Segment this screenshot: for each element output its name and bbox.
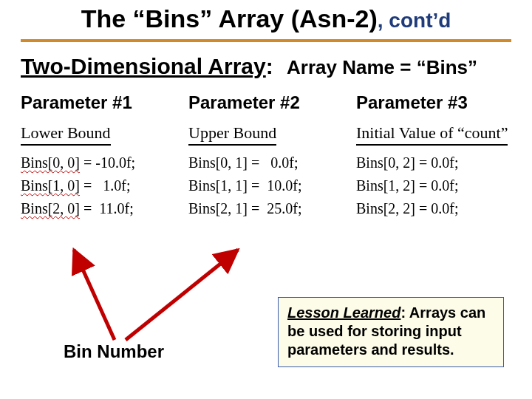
- slide-title: The “Bins” Array (Asn-2), cont’d: [0, 4, 532, 33]
- column-3: Parameter #3 Initial Value of “count” Bi…: [356, 92, 511, 220]
- bin-index: Bins[1, 1]: [188, 177, 248, 194]
- arrow-left-icon: [74, 250, 115, 340]
- slide: The “Bins” Array (Asn-2), cont’d Two-Dim…: [0, 4, 532, 399]
- arrow-right-icon: [126, 250, 238, 340]
- bin-index: Bins[1, 0]: [21, 177, 80, 194]
- code-line: Bins[1, 2] = 0.0f;: [356, 174, 511, 197]
- code-rest: = 10.0f;: [248, 177, 302, 194]
- bin-index: Bins[1, 2]: [356, 177, 415, 194]
- col-title-1: Lower Bound: [21, 123, 111, 146]
- code-line: Bins[1, 0] = 1.0f;: [21, 174, 176, 197]
- param-label-1: Parameter #1: [21, 92, 176, 113]
- param-label-3: Parameter #3: [356, 92, 511, 113]
- code-rest: = 0.0f;: [248, 154, 299, 171]
- bin-number-label: Bin Number: [64, 341, 164, 362]
- bin-index: Bins[2, 2]: [356, 200, 415, 216]
- title-main: The “Bins” Array (Asn-2): [81, 4, 378, 33]
- code-rest: = 0.0f;: [415, 154, 459, 171]
- bin-index: Bins[0, 2]: [356, 154, 415, 171]
- bin-index: Bins[0, 1]: [188, 154, 248, 171]
- code-rest: = 0.0f;: [415, 200, 459, 216]
- lesson-label: Lesson Learned: [287, 304, 400, 321]
- code-line: Bins[2, 0] = 11.0f;: [21, 197, 176, 220]
- lesson-learned-box: Lesson Learned: Arrays can be used for s…: [278, 297, 504, 367]
- bin-index: Bins[0, 0]: [21, 154, 80, 171]
- code-line: Bins[1, 1] = 10.0f;: [188, 174, 344, 197]
- code-rest: = -10.0f;: [80, 154, 135, 171]
- divider-rule: [21, 39, 511, 42]
- bin-index: Bins[2, 0]: [21, 200, 80, 216]
- code-rest: = 25.0f;: [248, 200, 302, 216]
- array-name-label: Array Name = “Bins”: [287, 56, 477, 78]
- code-line: Bins[0, 0] = -10.0f;: [21, 151, 176, 174]
- col-title-2: Upper Bound: [188, 123, 276, 146]
- col-title-3: Initial Value of “count”: [356, 123, 508, 146]
- subhead-lead: Two-Dimensional Array: [21, 54, 266, 78]
- column-1: Parameter #1 Lower Bound Bins[0, 0] = -1…: [21, 92, 176, 220]
- column-2: Parameter #2 Upper Bound Bins[0, 1] = 0.…: [188, 92, 344, 220]
- code-rest: = 1.0f;: [80, 177, 131, 194]
- code-line: Bins[0, 2] = 0.0f;: [356, 151, 511, 174]
- code-line: Bins[2, 1] = 25.0f;: [188, 197, 344, 220]
- code-line: Bins[2, 2] = 0.0f;: [356, 197, 511, 220]
- subhead-colon: :: [266, 54, 273, 78]
- subheading: Two-Dimensional Array: Array Name = “Bin…: [21, 54, 511, 79]
- title-contd: , cont’d: [378, 9, 451, 32]
- columns-container: Parameter #1 Lower Bound Bins[0, 0] = -1…: [21, 92, 511, 220]
- code-rest: = 0.0f;: [415, 177, 459, 194]
- bin-index: Bins[2, 1]: [188, 200, 248, 216]
- code-rest: = 11.0f;: [80, 200, 134, 216]
- code-line: Bins[0, 1] = 0.0f;: [188, 151, 344, 174]
- param-label-2: Parameter #2: [188, 92, 344, 113]
